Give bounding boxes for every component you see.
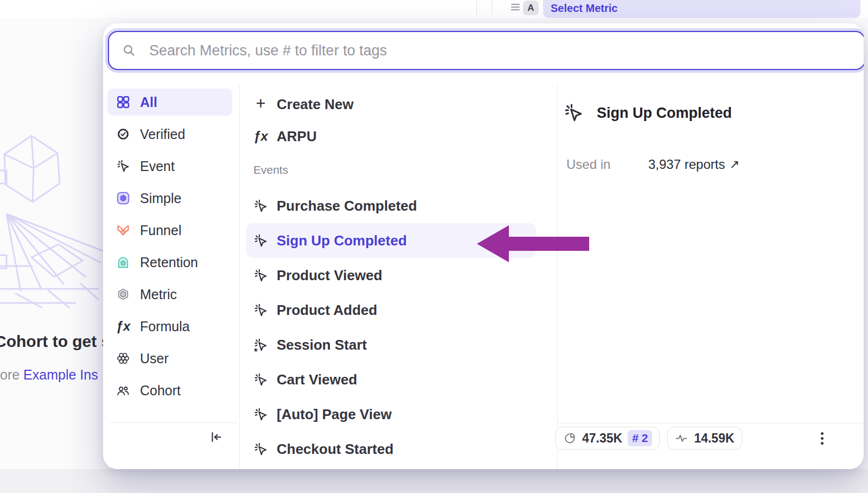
event-item-sign-up-completed[interactable]: Sign Up Completed — [246, 223, 536, 258]
event-spark-icon — [253, 233, 268, 248]
event-spark-icon — [253, 442, 268, 457]
events-section-label: Events — [253, 163, 536, 176]
event-spark-star-icon — [253, 338, 268, 352]
used-in-reports-link[interactable]: 3,937 reports — [648, 157, 725, 172]
event-item-purchase-completed[interactable]: Purchase Completed — [246, 188, 536, 223]
verified-seal-icon — [116, 127, 130, 141]
event-item-session-start[interactable]: Session Start — [246, 327, 536, 362]
collapse-left-icon — [209, 430, 223, 444]
event-item-product-viewed[interactable]: Product Viewed — [246, 258, 536, 293]
rank-chip: # 2 — [628, 430, 652, 446]
divider — [557, 84, 558, 469]
activity-pulse-icon — [675, 432, 688, 445]
screen: Cohort to get s ore Example Ins A Select… — [0, 0, 868, 493]
background-link-row: ore Example Ins — [0, 367, 104, 383]
sidebar-item-formula[interactable]: ƒx Formula — [107, 313, 239, 340]
sidebar-item-simple[interactable]: Simple — [107, 185, 239, 212]
total-count-badge[interactable]: 47.35K # 2 — [556, 427, 660, 450]
event-item-auto-page-view[interactable]: [Auto] Page View — [246, 397, 536, 432]
activity-count-badge[interactable]: 14.59K — [667, 427, 742, 450]
grid-icon — [116, 95, 130, 109]
cohort-people-icon — [116, 383, 130, 397]
create-new-button[interactable]: + Create New — [246, 90, 536, 118]
event-spark-icon — [253, 303, 268, 318]
used-in-row: Used in 3,937 reports ↗ — [566, 157, 739, 172]
search-icon — [122, 43, 136, 58]
divider — [558, 423, 864, 424]
page-bottom-strip — [0, 469, 868, 493]
select-metric-field[interactable]: Select Metric — [543, 0, 860, 18]
event-item-checkout-started[interactable]: Checkout Started — [246, 432, 536, 466]
retention-icon — [116, 255, 130, 269]
event-spark-icon — [253, 407, 268, 422]
event-item-product-added[interactable]: Product Added — [246, 293, 536, 327]
formula-fx-icon: ƒx — [116, 319, 130, 333]
pie-chart-icon — [563, 432, 577, 445]
sidebar-item-all[interactable]: All — [107, 89, 232, 116]
sidebar-item-retention[interactable]: Retention — [107, 249, 239, 276]
background-headline: Cohort to get s — [0, 332, 104, 351]
event-item-cart-viewed[interactable]: Cart Viewed — [246, 362, 536, 397]
background-link-prefix: ore — [0, 367, 23, 382]
divider — [110, 422, 238, 423]
event-spark-icon — [253, 199, 268, 213]
search-input[interactable] — [148, 42, 864, 60]
drag-handle-icon[interactable] — [511, 4, 520, 10]
collapse-sidebar-button[interactable] — [204, 425, 228, 449]
query-builder-bar: A Select Metric — [0, 0, 868, 18]
search-box[interactable] — [108, 31, 864, 70]
list-item-arpu[interactable]: ƒx ARPU — [246, 122, 536, 150]
sidebar-item-verified[interactable]: Verified — [107, 121, 239, 148]
more-options-button[interactable] — [819, 430, 826, 447]
sidebar-item-cohort[interactable]: Cohort — [107, 377, 239, 404]
divider — [476, 0, 477, 15]
simple-icon — [116, 191, 130, 205]
external-link-arrow-icon: ↗ — [729, 157, 739, 172]
metric-list: + Create New ƒx ARPU Events Purchase Com… — [246, 90, 536, 466]
used-in-label: Used in — [566, 157, 648, 172]
metric-hexagon-icon — [116, 287, 130, 301]
event-spark-icon — [253, 372, 268, 387]
plus-icon: + — [253, 97, 268, 112]
detail-panel-title: Sign Up Completed — [563, 103, 732, 123]
detail-footer: 47.35K # 2 14.59K — [556, 427, 826, 450]
metric-picker-dialog: All Verified Event Simple Funnel Retenti… — [103, 23, 864, 469]
sidebar-item-user[interactable]: User — [107, 345, 239, 372]
event-spark-icon — [116, 159, 130, 173]
funnel-icon — [116, 223, 130, 237]
example-insights-link[interactable]: Example Ins — [23, 367, 98, 382]
detail-title-text: Sign Up Completed — [597, 105, 732, 122]
sidebar-item-metric[interactable]: Metric — [107, 281, 239, 308]
sidebar-item-event[interactable]: Event — [107, 153, 239, 180]
metric-letter-badge: A — [523, 1, 539, 15]
event-spark-icon — [563, 103, 584, 123]
background-wireframe-art — [0, 121, 103, 308]
divider — [239, 84, 240, 469]
divider — [492, 0, 492, 15]
sidebar-item-funnel[interactable]: Funnel — [107, 217, 239, 244]
select-metric-label: Select Metric — [551, 2, 617, 15]
formula-fx-icon: ƒx — [253, 129, 268, 144]
events-list: Purchase Completed Sign Up Completed Pro… — [246, 188, 536, 466]
category-sidebar: All Verified Event Simple Funnel Retenti… — [107, 89, 239, 409]
user-cluster-icon — [116, 351, 130, 365]
event-spark-icon — [253, 268, 268, 283]
